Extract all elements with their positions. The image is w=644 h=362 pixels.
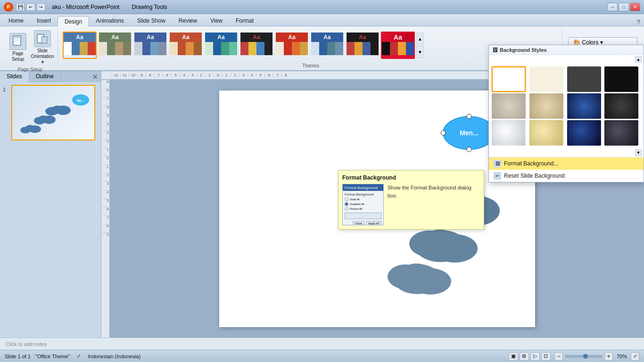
- format-bg-tooltip: Format Background Format Background Form…: [338, 170, 484, 230]
- slide-orientation-btn[interactable]: SlideOrientation ▾: [31, 29, 54, 66]
- format-bg-menu-item[interactable]: 🖼 Format Background...: [489, 157, 644, 170]
- svg-point-20: [441, 131, 446, 135]
- slide-info: Slide 1 of 1: [5, 354, 31, 359]
- zoom-percent: 70%: [617, 354, 627, 359]
- themes-scroll-down[interactable]: ▼: [416, 46, 424, 58]
- bg-swatch-blue-radial[interactable]: [567, 120, 601, 146]
- page-setup-group: PageSetup SlideOrientation ▾ Page Setup: [3, 28, 58, 68]
- theme-item-4[interactable]: Aa: [204, 32, 238, 59]
- tab-animations[interactable]: Animations: [89, 16, 130, 26]
- ribbon-help-btn[interactable]: ?: [636, 18, 640, 26]
- bg-swatch-tan[interactable]: [529, 93, 563, 119]
- title-bar: P 💾 ↩ ↪ aku - Microsoft PowerPoint Drawi…: [0, 0, 644, 14]
- tab-view[interactable]: View: [204, 16, 229, 26]
- reset-bg-menu-item[interactable]: ↩ Reset Slide Background: [489, 170, 644, 182]
- bg-swatch-beige[interactable]: [529, 66, 563, 92]
- quick-save-btn[interactable]: 💾: [16, 3, 25, 11]
- window-title: aku - Microsoft PowerPoint: [52, 4, 119, 10]
- drawing-tools-title: Drawing Tools: [132, 4, 167, 10]
- zoom-control: − + 70%: [554, 352, 627, 361]
- minimize-btn[interactable]: –: [607, 3, 618, 11]
- zoom-thumb: [583, 354, 588, 359]
- format-bg-label: Format Background...: [504, 160, 558, 167]
- quick-redo-btn[interactable]: ↪: [37, 3, 45, 11]
- svg-rect-6: [41, 37, 47, 43]
- zoom-out-btn[interactable]: −: [554, 352, 563, 361]
- zoom-slider[interactable]: [565, 355, 603, 358]
- svg-rect-1: [14, 37, 20, 38]
- tab-slides[interactable]: Slides: [0, 71, 29, 82]
- svg-point-17: [20, 127, 31, 133]
- bg-swatch-gold-radial[interactable]: [529, 120, 563, 146]
- theme-item-5[interactable]: Aa: [239, 32, 273, 59]
- svg-text:Men...: Men...: [460, 129, 479, 137]
- zoom-in-btn[interactable]: +: [604, 352, 613, 361]
- notes-bar[interactable]: Click to add notes: [0, 337, 644, 350]
- theme-item-8[interactable]: Aa: [346, 32, 380, 59]
- bg-swatch-black[interactable]: [604, 66, 638, 92]
- bg-swatch-dark[interactable]: [567, 66, 601, 92]
- view-sorter-btn[interactable]: ⊞: [520, 352, 529, 361]
- bg-panel-icon: 🖼: [493, 47, 498, 53]
- maximize-btn[interactable]: □: [619, 3, 629, 11]
- bg-panel-menu: 🖼 Format Background... ↩ Reset Slide Bac…: [489, 157, 644, 182]
- theme-item-7[interactable]: Aa: [310, 32, 344, 59]
- tab-insert[interactable]: Insert: [30, 16, 58, 26]
- tab-outline[interactable]: Outline: [29, 71, 61, 82]
- bg-swatch-dark-radial[interactable]: [604, 120, 638, 146]
- themes-scroll-up[interactable]: ▲: [416, 33, 424, 45]
- zoom-fit-btn[interactable]: ⤢: [631, 352, 639, 361]
- theme-item-9[interactable]: Aa: [381, 32, 415, 59]
- sidebar-tabs: Slides Outline ✕: [0, 71, 101, 82]
- tab-review[interactable]: Review: [172, 16, 204, 26]
- fit-btn-area: ⤢: [631, 352, 639, 361]
- tab-home[interactable]: Home: [2, 16, 30, 26]
- spell-check-icon[interactable]: ✓: [74, 353, 83, 360]
- bg-panel-scroll-down-area: ▼: [489, 148, 644, 157]
- svg-point-31: [425, 230, 455, 248]
- sidebar-close-btn[interactable]: ✕: [90, 71, 101, 82]
- sidebar: Slides Outline ✕ 1 Me...: [0, 71, 101, 337]
- page-setup-btn[interactable]: PageSetup: [7, 32, 29, 63]
- view-normal-btn[interactable]: ▣: [509, 352, 518, 361]
- view-reading-btn[interactable]: ▷: [530, 352, 540, 361]
- bg-panel-scroll-down[interactable]: ▼: [635, 149, 642, 156]
- theme-item-6[interactable]: Aa: [275, 32, 309, 59]
- status-right: ▣ ⊞ ▷ ⊡ − + 70% ⤢: [509, 352, 639, 361]
- close-btn[interactable]: ✕: [630, 3, 640, 11]
- svg-rect-4: [14, 41, 18, 42]
- theme-item-0[interactable]: Aa: [63, 32, 97, 59]
- slide-orientation-icon: [34, 30, 51, 47]
- tooltip-preview-titlebar: Format Background: [343, 184, 383, 191]
- theme-item-3[interactable]: Aa: [169, 32, 203, 59]
- slide-orientation-label: SlideOrientation ▾: [31, 48, 54, 65]
- themes-group-label: Themes: [63, 63, 559, 68]
- bg-swatch-blue-dark[interactable]: [567, 93, 601, 119]
- ruler-v-marks: 9 8 7 6 5 4 3 2 1 0 1 2 3 4 5 6 7: [102, 80, 109, 241]
- bg-swatch-charcoal[interactable]: [604, 93, 638, 119]
- bg-swatch-white[interactable]: [492, 66, 526, 92]
- tooltip-body: Format Background Format Background Soli…: [342, 184, 480, 225]
- quick-undo-btn[interactable]: ↩: [26, 3, 35, 11]
- view-slideshow-btn[interactable]: ⊡: [541, 352, 551, 361]
- themes-scroll: ▲ ▼: [416, 33, 424, 58]
- theme-item-2[interactable]: Aa: [133, 32, 167, 59]
- bg-swatch-stone[interactable]: [492, 93, 526, 119]
- page-setup-content: PageSetup SlideOrientation ▾: [7, 29, 54, 66]
- tab-slide-show[interactable]: Slide Show: [131, 16, 172, 26]
- page-setup-icon: [9, 33, 26, 50]
- tooltip-preview-img: Format Background Format Background Soli…: [342, 184, 384, 225]
- bg-swatches-grid: [489, 64, 644, 148]
- tab-design[interactable]: Design: [58, 16, 89, 26]
- theme-item-1[interactable]: Aa: [98, 32, 132, 59]
- slide-1-thumbnail[interactable]: Me...: [11, 85, 95, 140]
- bg-styles-panel: 🖼 Background Styles ▲ ▼: [488, 45, 644, 182]
- svg-point-22: [467, 114, 471, 119]
- bg-swatch-white-radial[interactable]: [492, 120, 526, 146]
- ruler-h-marks: 12 11 10 9 8 7 6 5 4 3 2 1 0 1 2 3 4 5 6…: [112, 73, 290, 77]
- themes-row: Aa Aa Aa: [63, 28, 559, 62]
- slide-1-wrapper: 1 Me...: [3, 85, 98, 140]
- bg-panel-scroll-up[interactable]: ▲: [635, 56, 642, 63]
- svg-point-23: [467, 147, 471, 152]
- tab-format[interactable]: Format: [229, 16, 260, 26]
